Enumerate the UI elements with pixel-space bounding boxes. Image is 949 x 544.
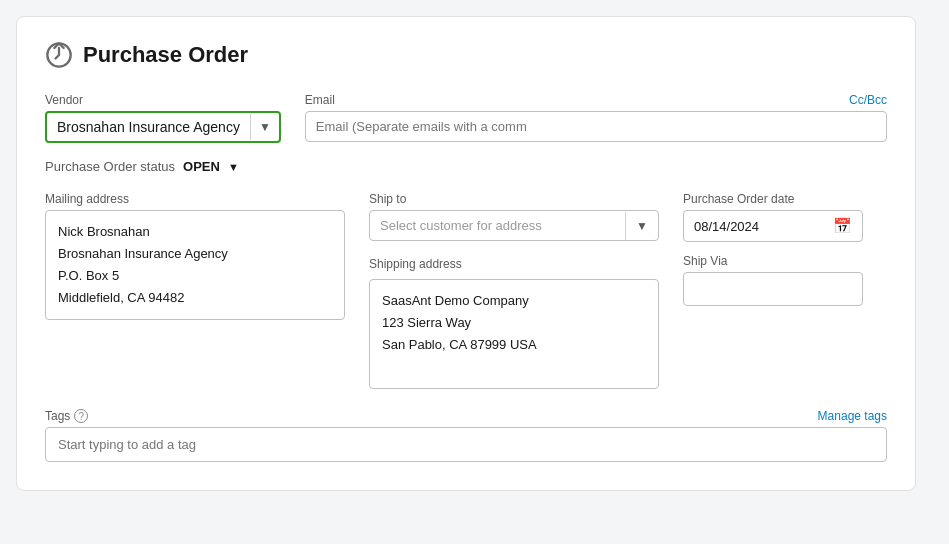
shipping-line1: SaasAnt Demo Company [382, 290, 646, 312]
address-section: Mailing address Nick Brosnahan Brosnahan… [45, 192, 887, 389]
status-dropdown-arrow[interactable]: ▼ [228, 161, 239, 173]
tags-label-row: Tags ? Manage tags [45, 409, 887, 423]
mailing-address-group: Mailing address Nick Brosnahan Brosnahan… [45, 192, 345, 320]
tags-help-icon[interactable]: ? [74, 409, 88, 423]
vendor-dropdown-arrow[interactable]: ▼ [250, 114, 279, 140]
shipping-address-box: SaasAnt Demo Company 123 Sierra Way San … [369, 279, 659, 389]
shipping-line3: San Pablo, CA 87999 USA [382, 334, 646, 356]
email-input[interactable] [305, 111, 887, 142]
mailing-line2: Brosnahan Insurance Agency [58, 243, 332, 265]
po-date-label: Purchase Order date [683, 192, 863, 206]
purchase-order-icon [45, 41, 73, 69]
shipping-line2: 123 Sierra Way [382, 312, 646, 334]
tags-row: Tags ? Manage tags [45, 409, 887, 462]
email-row-header: Email Cc/Bcc [305, 93, 887, 107]
vendor-value: Brosnahan Insurance Agency [47, 113, 250, 141]
vendor-label: Vendor [45, 93, 281, 107]
vendor-group: Vendor Brosnahan Insurance Agency ▼ [45, 93, 281, 143]
tags-label-text: Tags [45, 409, 70, 423]
purchase-order-form: Purchase Order Vendor Brosnahan Insuranc… [16, 16, 916, 491]
status-value: OPEN [183, 159, 220, 174]
mailing-address-label: Mailing address [45, 192, 345, 206]
ship-to-dropdown-arrow[interactable]: ▼ [625, 212, 658, 240]
ship-via-label: Ship Via [683, 254, 863, 268]
mailing-address-box: Nick Brosnahan Brosnahan Insurance Agenc… [45, 210, 345, 320]
shipping-address-label: Shipping address [369, 257, 659, 271]
ship-via-group: Ship Via [683, 254, 863, 306]
ship-to-label: Ship to [369, 192, 659, 206]
ship-to-placeholder: Select customer for address [370, 211, 625, 240]
vendor-select[interactable]: Brosnahan Insurance Agency ▼ [45, 111, 281, 143]
manage-tags-button[interactable]: Manage tags [818, 409, 887, 423]
vendor-email-row: Vendor Brosnahan Insurance Agency ▼ Emai… [45, 93, 887, 143]
page-header: Purchase Order [45, 41, 887, 69]
ship-via-input[interactable] [683, 272, 863, 306]
email-group: Email Cc/Bcc [305, 93, 887, 142]
status-label: Purchase Order status [45, 159, 175, 174]
po-date-group: Purchase Order date 08/14/2024 📅 [683, 192, 863, 242]
mailing-line4: Middlefield, CA 94482 [58, 287, 332, 309]
right-col: Purchase Order date 08/14/2024 📅 Ship Vi… [683, 192, 863, 306]
tags-input[interactable] [45, 427, 887, 462]
ship-to-group: Ship to Select customer for address ▼ Sh… [369, 192, 659, 389]
mailing-line1: Nick Brosnahan [58, 221, 332, 243]
mailing-line3: P.O. Box 5 [58, 265, 332, 287]
email-label: Email [305, 93, 335, 107]
calendar-icon[interactable]: 📅 [833, 217, 852, 235]
tags-label-group: Tags ? [45, 409, 88, 423]
po-date-value: 08/14/2024 [694, 219, 833, 234]
ship-to-select[interactable]: Select customer for address ▼ [369, 210, 659, 241]
page-title: Purchase Order [83, 42, 248, 68]
status-row: Purchase Order status OPEN ▼ [45, 159, 887, 174]
shipping-address-section: Shipping address SaasAnt Demo Company 12… [369, 245, 659, 389]
po-date-input[interactable]: 08/14/2024 📅 [683, 210, 863, 242]
cc-bcc-button[interactable]: Cc/Bcc [849, 93, 887, 107]
